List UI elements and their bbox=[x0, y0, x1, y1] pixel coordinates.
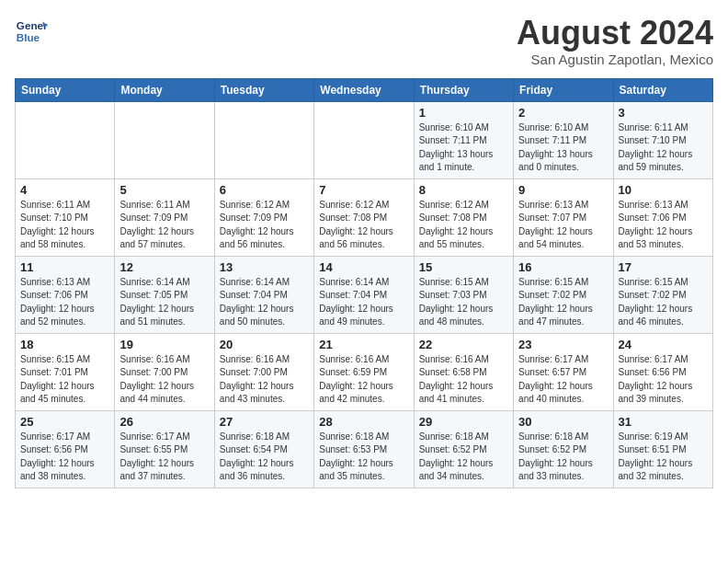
header-friday: Friday bbox=[514, 78, 613, 101]
day-number: 9 bbox=[518, 183, 608, 197]
day-number: 24 bbox=[619, 338, 708, 351]
day-info: Sunrise: 6:11 AM Sunset: 7:10 PM Dayligh… bbox=[619, 121, 708, 175]
day-info: Sunrise: 6:14 AM Sunset: 7:05 PM Dayligh… bbox=[119, 276, 209, 329]
calendar-cell: 11Sunrise: 6:13 AM Sunset: 7:06 PM Dayli… bbox=[16, 256, 115, 333]
day-info: Sunrise: 6:18 AM Sunset: 6:52 PM Dayligh… bbox=[419, 431, 508, 484]
day-info: Sunrise: 6:12 AM Sunset: 7:08 PM Dayligh… bbox=[319, 199, 408, 252]
header-thursday: Thursday bbox=[414, 78, 513, 101]
day-info: Sunrise: 6:16 AM Sunset: 7:00 PM Dayligh… bbox=[119, 353, 209, 407]
calendar-cell: 22Sunrise: 6:16 AM Sunset: 6:58 PM Dayli… bbox=[414, 333, 513, 410]
calendar-cell bbox=[115, 101, 214, 178]
day-info: Sunrise: 6:17 AM Sunset: 6:57 PM Dayligh… bbox=[518, 353, 608, 407]
day-number: 29 bbox=[419, 415, 508, 429]
logo-icon: General Blue bbox=[15, 15, 48, 48]
calendar-cell: 8Sunrise: 6:12 AM Sunset: 7:08 PM Daylig… bbox=[414, 178, 513, 256]
calendar-cell: 9Sunrise: 6:13 AM Sunset: 7:07 PM Daylig… bbox=[514, 178, 613, 256]
calendar-cell: 12Sunrise: 6:14 AM Sunset: 7:05 PM Dayli… bbox=[115, 256, 214, 333]
calendar-cell: 3Sunrise: 6:11 AM Sunset: 7:10 PM Daylig… bbox=[613, 101, 712, 178]
calendar-cell: 17Sunrise: 6:15 AM Sunset: 7:02 PM Dayli… bbox=[613, 256, 712, 333]
calendar-cell: 1Sunrise: 6:10 AM Sunset: 7:11 PM Daylig… bbox=[414, 101, 513, 178]
day-info: Sunrise: 6:15 AM Sunset: 7:02 PM Dayligh… bbox=[518, 276, 608, 329]
day-info: Sunrise: 6:14 AM Sunset: 7:04 PM Dayligh… bbox=[220, 276, 309, 329]
day-number: 21 bbox=[319, 338, 408, 351]
day-number: 25 bbox=[20, 415, 109, 429]
header-saturday: Saturday bbox=[613, 78, 712, 101]
header-tuesday: Tuesday bbox=[214, 78, 313, 101]
calendar-cell: 7Sunrise: 6:12 AM Sunset: 7:08 PM Daylig… bbox=[314, 178, 414, 256]
calendar-cell: 18Sunrise: 6:15 AM Sunset: 7:01 PM Dayli… bbox=[16, 333, 115, 410]
calendar-cell: 24Sunrise: 6:17 AM Sunset: 6:56 PM Dayli… bbox=[613, 333, 712, 410]
day-number: 6 bbox=[220, 183, 309, 197]
calendar-cell: 27Sunrise: 6:18 AM Sunset: 6:54 PM Dayli… bbox=[214, 410, 313, 488]
day-info: Sunrise: 6:12 AM Sunset: 7:09 PM Dayligh… bbox=[220, 199, 309, 252]
day-number: 20 bbox=[220, 338, 309, 351]
calendar-cell: 25Sunrise: 6:17 AM Sunset: 6:56 PM Dayli… bbox=[16, 410, 115, 488]
day-number: 14 bbox=[319, 260, 408, 274]
day-info: Sunrise: 6:17 AM Sunset: 6:55 PM Dayligh… bbox=[119, 431, 209, 484]
calendar-cell: 21Sunrise: 6:16 AM Sunset: 6:59 PM Dayli… bbox=[314, 333, 414, 410]
header-row: SundayMondayTuesdayWednesdayThursdayFrid… bbox=[16, 78, 713, 101]
day-info: Sunrise: 6:19 AM Sunset: 6:51 PM Dayligh… bbox=[619, 431, 708, 484]
day-number: 23 bbox=[518, 338, 608, 351]
calendar-cell: 31Sunrise: 6:19 AM Sunset: 6:51 PM Dayli… bbox=[613, 410, 712, 488]
calendar-cell: 26Sunrise: 6:17 AM Sunset: 6:55 PM Dayli… bbox=[115, 410, 214, 488]
day-number: 28 bbox=[319, 415, 408, 429]
day-info: Sunrise: 6:18 AM Sunset: 6:53 PM Dayligh… bbox=[319, 431, 408, 484]
day-number: 11 bbox=[20, 260, 109, 274]
title-area: August 2024 San Agustin Zapotlan, Mexico bbox=[517, 15, 713, 67]
day-number: 19 bbox=[119, 338, 209, 351]
day-info: Sunrise: 6:13 AM Sunset: 7:06 PM Dayligh… bbox=[619, 199, 708, 252]
calendar-cell: 10Sunrise: 6:13 AM Sunset: 7:06 PM Dayli… bbox=[613, 178, 712, 256]
week-row-4: 18Sunrise: 6:15 AM Sunset: 7:01 PM Dayli… bbox=[16, 333, 713, 410]
location: San Agustin Zapotlan, Mexico bbox=[517, 52, 713, 67]
day-info: Sunrise: 6:13 AM Sunset: 7:07 PM Dayligh… bbox=[518, 199, 608, 252]
day-number: 3 bbox=[619, 106, 708, 120]
week-row-5: 25Sunrise: 6:17 AM Sunset: 6:56 PM Dayli… bbox=[16, 410, 713, 488]
day-number: 5 bbox=[119, 183, 209, 197]
day-info: Sunrise: 6:15 AM Sunset: 7:02 PM Dayligh… bbox=[619, 276, 708, 329]
day-number: 27 bbox=[220, 415, 309, 429]
day-info: Sunrise: 6:12 AM Sunset: 7:08 PM Dayligh… bbox=[419, 199, 508, 252]
page-header: General Blue August 2024 San Agustin Zap… bbox=[15, 15, 713, 67]
day-number: 26 bbox=[119, 415, 209, 429]
calendar-cell: 13Sunrise: 6:14 AM Sunset: 7:04 PM Dayli… bbox=[214, 256, 313, 333]
day-number: 18 bbox=[20, 338, 109, 351]
day-info: Sunrise: 6:16 AM Sunset: 6:59 PM Dayligh… bbox=[319, 353, 408, 407]
calendar-table: SundayMondayTuesdayWednesdayThursdayFrid… bbox=[15, 78, 713, 488]
day-info: Sunrise: 6:16 AM Sunset: 6:58 PM Dayligh… bbox=[419, 353, 508, 407]
day-info: Sunrise: 6:10 AM Sunset: 7:11 PM Dayligh… bbox=[419, 121, 508, 175]
calendar-cell: 14Sunrise: 6:14 AM Sunset: 7:04 PM Dayli… bbox=[314, 256, 414, 333]
week-row-2: 4Sunrise: 6:11 AM Sunset: 7:10 PM Daylig… bbox=[16, 178, 713, 256]
day-number: 7 bbox=[319, 183, 408, 197]
header-wednesday: Wednesday bbox=[314, 78, 414, 101]
calendar-cell: 23Sunrise: 6:17 AM Sunset: 6:57 PM Dayli… bbox=[514, 333, 613, 410]
calendar-cell bbox=[16, 101, 115, 178]
day-info: Sunrise: 6:18 AM Sunset: 6:52 PM Dayligh… bbox=[518, 431, 608, 484]
calendar-cell: 2Sunrise: 6:10 AM Sunset: 7:11 PM Daylig… bbox=[514, 101, 613, 178]
day-info: Sunrise: 6:10 AM Sunset: 7:11 PM Dayligh… bbox=[518, 121, 608, 175]
week-row-1: 1Sunrise: 6:10 AM Sunset: 7:11 PM Daylig… bbox=[16, 101, 713, 178]
day-info: Sunrise: 6:11 AM Sunset: 7:09 PM Dayligh… bbox=[119, 199, 209, 252]
day-info: Sunrise: 6:17 AM Sunset: 6:56 PM Dayligh… bbox=[20, 431, 109, 484]
day-info: Sunrise: 6:13 AM Sunset: 7:06 PM Dayligh… bbox=[20, 276, 109, 329]
calendar-cell: 6Sunrise: 6:12 AM Sunset: 7:09 PM Daylig… bbox=[214, 178, 313, 256]
day-info: Sunrise: 6:17 AM Sunset: 6:56 PM Dayligh… bbox=[619, 353, 708, 407]
calendar-cell: 30Sunrise: 6:18 AM Sunset: 6:52 PM Dayli… bbox=[514, 410, 613, 488]
svg-text:Blue: Blue bbox=[17, 31, 40, 43]
calendar-cell: 16Sunrise: 6:15 AM Sunset: 7:02 PM Dayli… bbox=[514, 256, 613, 333]
day-number: 15 bbox=[419, 260, 508, 274]
week-row-3: 11Sunrise: 6:13 AM Sunset: 7:06 PM Dayli… bbox=[16, 256, 713, 333]
day-info: Sunrise: 6:14 AM Sunset: 7:04 PM Dayligh… bbox=[319, 276, 408, 329]
day-number: 10 bbox=[619, 183, 708, 197]
header-sunday: Sunday bbox=[16, 78, 115, 101]
calendar-cell: 15Sunrise: 6:15 AM Sunset: 7:03 PM Dayli… bbox=[414, 256, 513, 333]
day-info: Sunrise: 6:15 AM Sunset: 7:01 PM Dayligh… bbox=[20, 353, 109, 407]
day-number: 31 bbox=[619, 415, 708, 429]
calendar-cell: 20Sunrise: 6:16 AM Sunset: 7:00 PM Dayli… bbox=[214, 333, 313, 410]
day-number: 8 bbox=[419, 183, 508, 197]
day-number: 4 bbox=[20, 183, 109, 197]
logo: General Blue bbox=[15, 15, 48, 48]
day-number: 13 bbox=[220, 260, 309, 274]
day-number: 17 bbox=[619, 260, 708, 274]
calendar-cell: 28Sunrise: 6:18 AM Sunset: 6:53 PM Dayli… bbox=[314, 410, 414, 488]
